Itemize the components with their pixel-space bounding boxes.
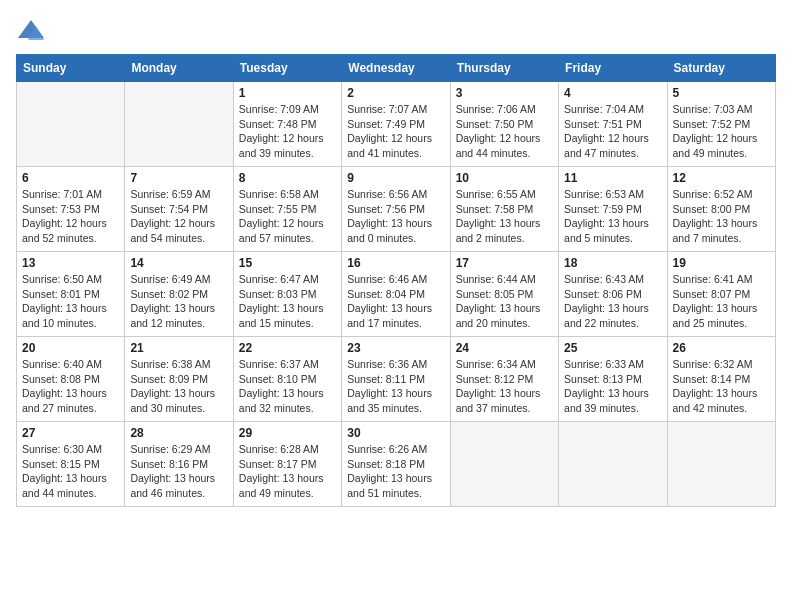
day-header-wednesday: Wednesday xyxy=(342,55,450,82)
day-info: Sunrise: 6:30 AM Sunset: 8:15 PM Dayligh… xyxy=(22,442,119,501)
day-number: 29 xyxy=(239,426,336,440)
day-cell xyxy=(125,82,233,167)
day-cell: 3Sunrise: 7:06 AM Sunset: 7:50 PM Daylig… xyxy=(450,82,558,167)
day-number: 30 xyxy=(347,426,444,440)
day-number: 24 xyxy=(456,341,553,355)
day-cell: 28Sunrise: 6:29 AM Sunset: 8:16 PM Dayli… xyxy=(125,422,233,507)
day-number: 14 xyxy=(130,256,227,270)
day-cell: 6Sunrise: 7:01 AM Sunset: 7:53 PM Daylig… xyxy=(17,167,125,252)
day-cell: 1Sunrise: 7:09 AM Sunset: 7:48 PM Daylig… xyxy=(233,82,341,167)
day-info: Sunrise: 6:47 AM Sunset: 8:03 PM Dayligh… xyxy=(239,272,336,331)
day-cell: 30Sunrise: 6:26 AM Sunset: 8:18 PM Dayli… xyxy=(342,422,450,507)
day-number: 28 xyxy=(130,426,227,440)
calendar-table: SundayMondayTuesdayWednesdayThursdayFrid… xyxy=(16,54,776,507)
day-cell xyxy=(559,422,667,507)
day-cell: 26Sunrise: 6:32 AM Sunset: 8:14 PM Dayli… xyxy=(667,337,775,422)
day-header-monday: Monday xyxy=(125,55,233,82)
day-cell: 13Sunrise: 6:50 AM Sunset: 8:01 PM Dayli… xyxy=(17,252,125,337)
day-cell: 16Sunrise: 6:46 AM Sunset: 8:04 PM Dayli… xyxy=(342,252,450,337)
day-number: 8 xyxy=(239,171,336,185)
day-number: 13 xyxy=(22,256,119,270)
day-info: Sunrise: 7:03 AM Sunset: 7:52 PM Dayligh… xyxy=(673,102,770,161)
day-info: Sunrise: 6:53 AM Sunset: 7:59 PM Dayligh… xyxy=(564,187,661,246)
day-info: Sunrise: 6:33 AM Sunset: 8:13 PM Dayligh… xyxy=(564,357,661,416)
week-row-0: 1Sunrise: 7:09 AM Sunset: 7:48 PM Daylig… xyxy=(17,82,776,167)
day-info: Sunrise: 6:52 AM Sunset: 8:00 PM Dayligh… xyxy=(673,187,770,246)
day-cell: 29Sunrise: 6:28 AM Sunset: 8:17 PM Dayli… xyxy=(233,422,341,507)
header-row: SundayMondayTuesdayWednesdayThursdayFrid… xyxy=(17,55,776,82)
day-cell xyxy=(450,422,558,507)
day-number: 12 xyxy=(673,171,770,185)
day-info: Sunrise: 6:55 AM Sunset: 7:58 PM Dayligh… xyxy=(456,187,553,246)
week-row-1: 6Sunrise: 7:01 AM Sunset: 7:53 PM Daylig… xyxy=(17,167,776,252)
day-cell xyxy=(667,422,775,507)
day-info: Sunrise: 6:26 AM Sunset: 8:18 PM Dayligh… xyxy=(347,442,444,501)
day-header-sunday: Sunday xyxy=(17,55,125,82)
day-cell: 10Sunrise: 6:55 AM Sunset: 7:58 PM Dayli… xyxy=(450,167,558,252)
day-info: Sunrise: 7:01 AM Sunset: 7:53 PM Dayligh… xyxy=(22,187,119,246)
day-info: Sunrise: 7:07 AM Sunset: 7:49 PM Dayligh… xyxy=(347,102,444,161)
day-number: 5 xyxy=(673,86,770,100)
day-number: 21 xyxy=(130,341,227,355)
day-info: Sunrise: 7:06 AM Sunset: 7:50 PM Dayligh… xyxy=(456,102,553,161)
day-info: Sunrise: 6:58 AM Sunset: 7:55 PM Dayligh… xyxy=(239,187,336,246)
day-info: Sunrise: 6:34 AM Sunset: 8:12 PM Dayligh… xyxy=(456,357,553,416)
day-info: Sunrise: 6:36 AM Sunset: 8:11 PM Dayligh… xyxy=(347,357,444,416)
day-cell: 15Sunrise: 6:47 AM Sunset: 8:03 PM Dayli… xyxy=(233,252,341,337)
day-info: Sunrise: 6:56 AM Sunset: 7:56 PM Dayligh… xyxy=(347,187,444,246)
day-info: Sunrise: 6:46 AM Sunset: 8:04 PM Dayligh… xyxy=(347,272,444,331)
day-cell: 23Sunrise: 6:36 AM Sunset: 8:11 PM Dayli… xyxy=(342,337,450,422)
day-cell: 14Sunrise: 6:49 AM Sunset: 8:02 PM Dayli… xyxy=(125,252,233,337)
day-header-thursday: Thursday xyxy=(450,55,558,82)
day-number: 17 xyxy=(456,256,553,270)
day-number: 23 xyxy=(347,341,444,355)
week-row-4: 27Sunrise: 6:30 AM Sunset: 8:15 PM Dayli… xyxy=(17,422,776,507)
day-number: 2 xyxy=(347,86,444,100)
day-number: 7 xyxy=(130,171,227,185)
day-info: Sunrise: 7:09 AM Sunset: 7:48 PM Dayligh… xyxy=(239,102,336,161)
day-info: Sunrise: 7:04 AM Sunset: 7:51 PM Dayligh… xyxy=(564,102,661,161)
day-cell: 18Sunrise: 6:43 AM Sunset: 8:06 PM Dayli… xyxy=(559,252,667,337)
page-header xyxy=(16,16,776,44)
day-number: 27 xyxy=(22,426,119,440)
day-cell: 24Sunrise: 6:34 AM Sunset: 8:12 PM Dayli… xyxy=(450,337,558,422)
day-number: 11 xyxy=(564,171,661,185)
day-number: 15 xyxy=(239,256,336,270)
day-info: Sunrise: 6:59 AM Sunset: 7:54 PM Dayligh… xyxy=(130,187,227,246)
day-cell xyxy=(17,82,125,167)
day-info: Sunrise: 6:49 AM Sunset: 8:02 PM Dayligh… xyxy=(130,272,227,331)
day-cell: 7Sunrise: 6:59 AM Sunset: 7:54 PM Daylig… xyxy=(125,167,233,252)
day-info: Sunrise: 6:28 AM Sunset: 8:17 PM Dayligh… xyxy=(239,442,336,501)
day-info: Sunrise: 6:43 AM Sunset: 8:06 PM Dayligh… xyxy=(564,272,661,331)
day-cell: 9Sunrise: 6:56 AM Sunset: 7:56 PM Daylig… xyxy=(342,167,450,252)
day-cell: 20Sunrise: 6:40 AM Sunset: 8:08 PM Dayli… xyxy=(17,337,125,422)
day-number: 18 xyxy=(564,256,661,270)
logo xyxy=(16,16,48,44)
day-info: Sunrise: 6:50 AM Sunset: 8:01 PM Dayligh… xyxy=(22,272,119,331)
day-header-saturday: Saturday xyxy=(667,55,775,82)
week-row-2: 13Sunrise: 6:50 AM Sunset: 8:01 PM Dayli… xyxy=(17,252,776,337)
day-info: Sunrise: 6:32 AM Sunset: 8:14 PM Dayligh… xyxy=(673,357,770,416)
day-number: 22 xyxy=(239,341,336,355)
day-info: Sunrise: 6:37 AM Sunset: 8:10 PM Dayligh… xyxy=(239,357,336,416)
day-number: 25 xyxy=(564,341,661,355)
day-number: 10 xyxy=(456,171,553,185)
day-cell: 11Sunrise: 6:53 AM Sunset: 7:59 PM Dayli… xyxy=(559,167,667,252)
logo-icon xyxy=(16,16,46,44)
day-header-friday: Friday xyxy=(559,55,667,82)
day-number: 4 xyxy=(564,86,661,100)
day-cell: 4Sunrise: 7:04 AM Sunset: 7:51 PM Daylig… xyxy=(559,82,667,167)
day-cell: 21Sunrise: 6:38 AM Sunset: 8:09 PM Dayli… xyxy=(125,337,233,422)
day-cell: 27Sunrise: 6:30 AM Sunset: 8:15 PM Dayli… xyxy=(17,422,125,507)
day-cell: 19Sunrise: 6:41 AM Sunset: 8:07 PM Dayli… xyxy=(667,252,775,337)
day-number: 26 xyxy=(673,341,770,355)
day-cell: 25Sunrise: 6:33 AM Sunset: 8:13 PM Dayli… xyxy=(559,337,667,422)
day-cell: 2Sunrise: 7:07 AM Sunset: 7:49 PM Daylig… xyxy=(342,82,450,167)
day-info: Sunrise: 6:41 AM Sunset: 8:07 PM Dayligh… xyxy=(673,272,770,331)
day-cell: 22Sunrise: 6:37 AM Sunset: 8:10 PM Dayli… xyxy=(233,337,341,422)
day-cell: 8Sunrise: 6:58 AM Sunset: 7:55 PM Daylig… xyxy=(233,167,341,252)
day-number: 20 xyxy=(22,341,119,355)
day-info: Sunrise: 6:38 AM Sunset: 8:09 PM Dayligh… xyxy=(130,357,227,416)
week-row-3: 20Sunrise: 6:40 AM Sunset: 8:08 PM Dayli… xyxy=(17,337,776,422)
day-number: 3 xyxy=(456,86,553,100)
